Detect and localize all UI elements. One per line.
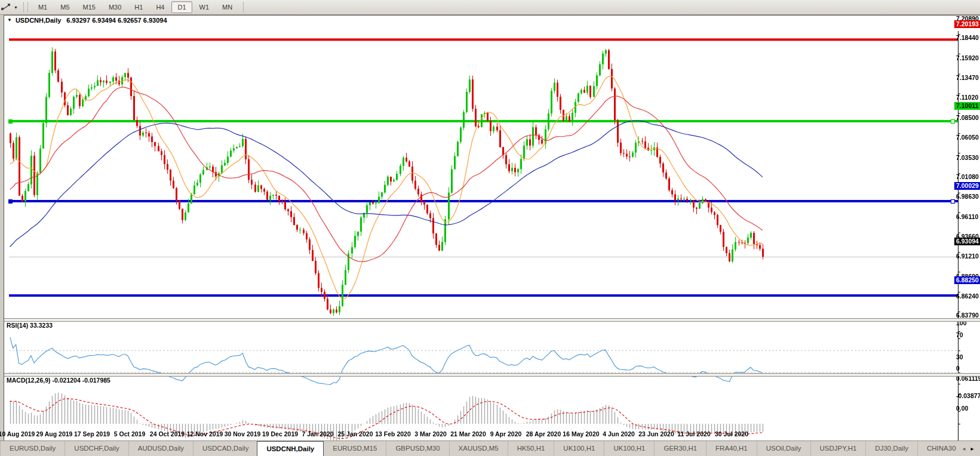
tab-usoil-daily-13[interactable]: USOil,Daily [757,441,810,456]
chart-window [4,15,980,442]
price-tick-label: 6.91210 [956,252,979,260]
tab-audusd-daily-2[interactable]: AUDUSD,Daily [128,441,193,456]
chart-tab-bar: EURUSD,DailyUSDCHF,DailyAUDUSD,DailyUSDC… [0,440,980,456]
date-tick-label: 4 Jun 2020 [603,430,635,438]
price-tick-label: 7.06050 [956,134,979,141]
date-tick-label: 21 Mar 2020 [450,430,486,438]
price-tick-label: 7.13470 [956,74,979,82]
tab-hk50-h1-8[interactable]: HK50,H1 [508,441,554,456]
tab-usdchf-daily-1[interactable]: USDCHF,Daily [64,441,128,456]
chart-title: ▼ USDCNH,Daily 6.93297 6.93494 6.92657 6… [7,16,167,24]
price-tick-label: 7.15920 [956,54,979,62]
date-tick-label: 30 Nov 2019 [225,430,261,438]
macd-scale-label: -0.038777 [956,392,980,400]
tab-ger30-h1-11[interactable]: GER30,H1 [654,441,706,456]
tab-usdjpy-h1-14[interactable]: USDJPY,H1 [810,441,866,456]
tab-dj30-daily-15[interactable]: DJ30,Daily [865,441,917,456]
rsi-scale-label: 30 [956,353,963,361]
date-tick-label: 11 Jul 2020 [677,430,710,438]
date-tick-label: 30 Jul 2020 [715,430,748,438]
rsi-name: RSI(14) [7,322,28,329]
tab-scroll-left-icon[interactable]: ◂ [962,445,965,452]
price-tick-label: 7.03530 [956,154,979,162]
chevron-down-icon[interactable]: ▼ [14,5,18,10]
timeframe-button-m5[interactable]: M5 [54,1,75,13]
rsi-value: 33.3233 [30,322,53,329]
macd-label: MACD(12,26,9) -0.021204 -0.017985 [7,377,110,384]
trendline-tool-button[interactable] [1,2,12,13]
macd-scale-label: 0.00 [956,405,968,412]
level-price-tag: 6.88250 [954,276,980,284]
period-toolbar: ▼ M1M5M15M30H1H4D1W1MN [0,0,980,15]
pane-splitter-macd[interactable] [4,373,980,377]
date-tick-label: 25 Jan 2020 [338,430,373,438]
timeframe-button-w1[interactable]: W1 [193,1,216,13]
toolbar-grip-handle[interactable] [23,2,28,12]
date-tick-label: 9 Apr 2020 [490,430,522,438]
level-price-tag: 7.00029 [954,182,980,190]
timeframe-buttons: M1M5M15M30H1H4D1W1MN [32,1,239,13]
date-tick-label: 10 Aug 2019 [0,430,35,438]
tab-usdcad-daily-3[interactable]: USDCAD,Daily [193,441,257,456]
date-tick-label: 29 Aug 2019 [36,430,73,438]
level-price-tag: 7.20193 [954,20,980,28]
timeframe-button-m30[interactable]: M30 [103,1,127,13]
tab-usdcnh-daily-4[interactable]: USDCNH,Daily [257,441,324,456]
price-tick-label: 7.08500 [956,114,979,122]
date-tick-label: 12 Nov 2019 [187,430,223,438]
tab-bar-tabs: EURUSD,DailyUSDCHF,DailyAUDUSD,DailyUSDC… [1,441,980,456]
price-tick-label: 7.18440 [956,34,979,42]
timeframe-button-mn[interactable]: MN [216,1,238,13]
tab-scroll-right-icon[interactable]: ▸ [971,445,974,452]
price-tick-label: 6.98630 [956,193,979,201]
date-tick-label: 5 Oct 2019 [114,430,146,438]
date-tick-label: 16 May 2020 [563,430,599,438]
toolbar-separator [243,2,244,13]
rsi-scale-label: 70 [956,331,963,339]
price-tick-label: 7.11020 [956,94,978,101]
timeframe-button-m15[interactable]: M15 [77,1,102,13]
rsi-scale-label: 0 [956,365,960,372]
tab-scroll-buttons: ◂ ▸ [956,441,980,456]
rsi-label: RSI(14) 33.3233 [7,322,53,329]
tab-gbpusd-m30-6[interactable]: GBPUSD,M30 [386,441,448,456]
tab-xauusd-m5-7[interactable]: XAUUSD,M5 [449,441,508,456]
pane-splitter-rsi[interactable] [4,318,980,322]
tab-uk100-h1-9[interactable]: UK100,H1 [554,441,604,456]
date-tick-label: 7 Jan 2020 [302,430,333,438]
tab-eurusd-m15-5[interactable]: EURUSD,M15 [324,441,386,456]
price-tick-label: 7.01080 [956,173,979,181]
macd-name: MACD(12,26,9) [7,377,51,384]
chart-title-symbol: USDCNH,Daily [16,17,61,24]
tab-fra40-h1-12[interactable]: FRA40,H1 [706,441,757,456]
current-price-tag: 6.93094 [954,238,980,245]
chart-canvas[interactable] [8,31,980,455]
price-tick-label: 6.86240 [956,292,979,300]
timeframe-button-h4[interactable]: H4 [150,1,170,13]
level-price-tag: 7.10011 [954,102,980,110]
timeframe-button-h1[interactable]: H1 [128,1,149,13]
date-tick-label: 3 Mar 2020 [414,430,447,438]
date-tick-label: 17 Sep 2019 [74,430,110,438]
mt4-terminal: ▼ M1M5M15M30H1H4D1W1MN ▼ USDCNH,Daily 6.… [0,0,980,456]
timeframe-button-d1[interactable]: D1 [171,1,192,13]
date-tick-label: 13 Feb 2020 [375,430,411,438]
tab-uk100-h1-10[interactable]: UK100,H1 [604,441,654,456]
macd-values: -0.021204 -0.017985 [52,377,110,384]
price-tick-label: 6.96110 [956,213,978,221]
date-tick-label: 24 Oct 2019 [150,430,185,438]
tab-eurusd-daily-0[interactable]: EURUSD,Daily [1,441,64,456]
date-tick-label: 23 Jun 2020 [638,430,674,438]
chart-title-ohlc: 6.93297 6.93494 6.92657 6.93094 [66,17,167,24]
chart-menu-icon[interactable]: ▼ [7,17,12,23]
date-tick-label: 28 Apr 2020 [526,430,561,438]
timeframe-button-m1[interactable]: M1 [32,1,53,13]
trendline-tool-icon [1,3,11,11]
date-tick-label: 19 Dec 2019 [262,430,298,438]
